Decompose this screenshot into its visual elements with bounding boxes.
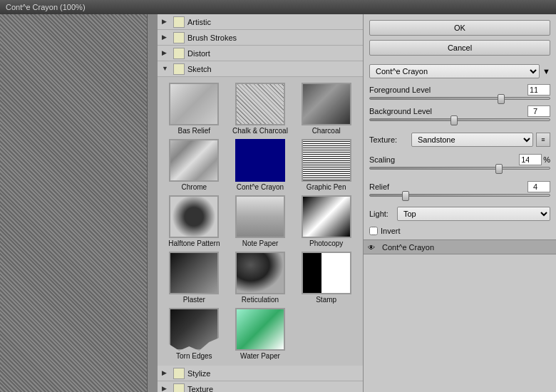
foreground-slider-handle[interactable]: [498, 94, 505, 104]
texture-menu-button[interactable]: ≡: [536, 133, 550, 147]
category-texture[interactable]: ▶ Texture: [158, 381, 363, 392]
title-bar: Cont^e Crayon (100%): [0, 0, 556, 14]
filter-torn-edges[interactable]: Torn Edges: [163, 308, 225, 360]
thumb-conte: [235, 139, 285, 182]
name-graphic-pen: Graphic Pen: [307, 183, 346, 191]
thumb-stamp: [302, 252, 351, 294]
filter-chalk-charcoal[interactable]: Chalk & Charcoal: [230, 83, 292, 135]
texture-label: Texture:: [369, 135, 408, 144]
filter-charcoal[interactable]: Charcoal: [295, 83, 357, 135]
label-distort: Distort: [187, 49, 210, 58]
scaling-unit: %: [543, 155, 550, 164]
arrow-stylize: ▶: [162, 369, 170, 378]
filter-photocopy[interactable]: Photocopy: [295, 195, 357, 247]
texture-select[interactable]: Brick Burlap Canvas Sandstone: [411, 133, 533, 147]
category-brush-strokes[interactable]: ▶ Brush Strokes: [158, 30, 363, 46]
light-select[interactable]: Bottom Bottom Left Bottom Right Left Rig…: [397, 207, 550, 221]
slider-group: Foreground Level Background Level: [364, 81, 556, 130]
preview-panel: 👁 Cont^e Crayon: [364, 239, 556, 254]
invert-checkbox[interactable]: [369, 227, 378, 235]
name-charcoal: Charcoal: [312, 127, 341, 135]
scaling-value[interactable]: [519, 154, 542, 165]
eye-icon[interactable]: 👁: [368, 244, 378, 251]
category-stylize[interactable]: ▶ Stylize: [158, 366, 363, 381]
background-value[interactable]: [527, 105, 550, 117]
filter-note-paper[interactable]: Note Paper: [230, 195, 292, 247]
relief-slider-track[interactable]: [369, 194, 550, 197]
background-slider-track[interactable]: [369, 118, 550, 121]
name-note-paper: Note Paper: [242, 239, 279, 247]
texture-row: Texture: Brick Burlap Canvas Sandstone ≡: [364, 130, 556, 150]
thumb-reticulation: [235, 252, 285, 294]
scaling-row: Scaling %: [369, 154, 550, 170]
filter-panel: ▶ Artistic ▶ Brush Strokes ▶ Distort ▼ S…: [157, 14, 364, 392]
icon-distort: [173, 48, 185, 59]
cancel-button[interactable]: Cancel: [369, 40, 550, 56]
thumb-bas-relief: [169, 83, 219, 125]
filter-halftone[interactable]: Halftone Pattern: [163, 195, 225, 247]
label-sketch: Sketch: [187, 65, 212, 73]
filter-water-paper[interactable]: Water Paper: [230, 308, 292, 360]
filter-chrome[interactable]: Chrome: [163, 139, 225, 191]
thumb-water-paper: [235, 308, 285, 351]
filter-conte-crayon[interactable]: Cont^e Crayon: [230, 139, 292, 191]
arrow-artistic: ▶: [162, 18, 170, 26]
filter-dropdown-row: Cont^e Crayon ▼: [369, 64, 550, 78]
ok-button[interactable]: OK: [369, 20, 550, 36]
filter-graphic-pen[interactable]: Graphic Pen: [295, 139, 357, 191]
arrow-distort: ▶: [162, 49, 170, 58]
scaling-slider-track[interactable]: [369, 167, 550, 170]
relief-group: Relief: [364, 178, 556, 205]
relief-value[interactable]: [527, 181, 550, 192]
controls-scroll[interactable]: OK Cancel Cont^e Crayon ▼ Foreground Lev…: [364, 14, 556, 392]
category-distort[interactable]: ▶ Distort: [158, 46, 363, 61]
foreground-slider-track[interactable]: [369, 97, 550, 100]
label-artistic: Artistic: [187, 18, 211, 26]
dropdown-arrow-icon: ▼: [542, 67, 550, 76]
preview-scrollbar[interactable]: [147, 14, 157, 392]
arrow-brush: ▶: [162, 33, 170, 42]
category-sketch[interactable]: ▼ Sketch: [158, 61, 363, 77]
preview-canvas: [0, 14, 157, 392]
thumb-chrome: [169, 139, 219, 182]
icon-artistic: [173, 16, 185, 28]
controls-panel: OK Cancel Cont^e Crayon ▼ Foreground Lev…: [364, 14, 556, 392]
name-chrome: Chrome: [182, 183, 207, 191]
name-photocopy: Photocopy: [309, 239, 343, 247]
background-slider-handle[interactable]: [451, 115, 458, 125]
relief-row: Relief: [369, 181, 550, 197]
name-halftone: Halftone Pattern: [168, 239, 220, 247]
name-water-paper: Water Paper: [240, 352, 280, 360]
arrow-texture: ▶: [162, 385, 170, 393]
background-level-row: Background Level: [369, 105, 550, 121]
preview-panel-header: 👁 Cont^e Crayon: [364, 240, 556, 254]
filter-reticulation[interactable]: Reticulation: [230, 252, 292, 304]
filter-plaster[interactable]: Plaster: [163, 252, 225, 304]
foreground-value[interactable]: [527, 84, 550, 96]
filter-scroll[interactable]: ▶ Artistic ▶ Brush Strokes ▶ Distort ▼ S…: [158, 14, 363, 392]
label-texture: Texture: [187, 385, 213, 393]
thumb-torn-edges: [169, 308, 219, 351]
filter-bas-relief[interactable]: Bas Relief: [163, 83, 225, 135]
scaling-label-row: Scaling %: [369, 154, 550, 165]
filter-select[interactable]: Cont^e Crayon: [369, 64, 540, 78]
action-buttons: OK Cancel: [364, 14, 556, 61]
scaling-slider-handle[interactable]: [495, 164, 503, 174]
name-chalk-charcoal: Chalk & Charcoal: [232, 127, 288, 135]
icon-texture: [173, 383, 185, 393]
name-reticulation: Reticulation: [242, 296, 279, 304]
filter-grid: Bas Relief Chalk & Charcoal Charcoal Chr…: [158, 77, 363, 366]
name-stamp: Stamp: [316, 296, 336, 304]
filter-stamp[interactable]: Stamp: [295, 252, 357, 304]
label-brush: Brush Strokes: [187, 33, 237, 42]
relief-label: Relief: [369, 182, 389, 191]
thumb-plaster: [169, 252, 219, 294]
texture-menu-icon: ≡: [541, 136, 545, 143]
foreground-label: Foreground Level: [369, 86, 431, 94]
invert-row: Invert: [364, 222, 556, 239]
main-container: ▶ Artistic ▶ Brush Strokes ▶ Distort ▼ S…: [0, 14, 556, 392]
relief-label-row: Relief: [369, 181, 550, 192]
category-artistic[interactable]: ▶ Artistic: [158, 14, 363, 30]
relief-slider-handle[interactable]: [402, 191, 409, 201]
invert-label: Invert: [381, 227, 401, 235]
